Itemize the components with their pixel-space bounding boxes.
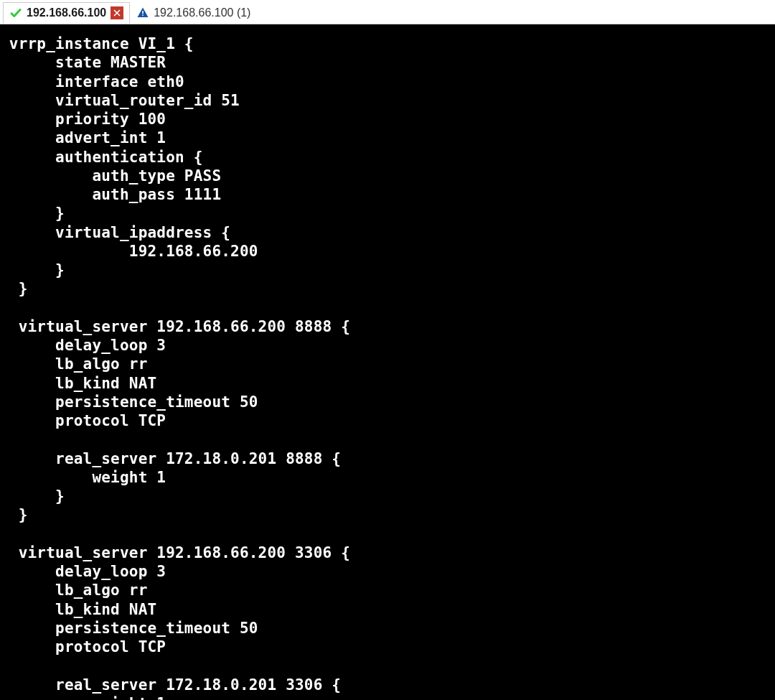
tab-title: 192.168.66.100 (1) (154, 6, 250, 19)
tab-title: 192.168.66.100 (27, 6, 106, 19)
tab-active[interactable]: 192.168.66.100 (3, 2, 130, 24)
svg-rect-3 (142, 14, 144, 16)
warning-icon (136, 6, 149, 19)
terminal-output[interactable]: vrrp_instance VI_1 { state MASTER interf… (0, 24, 775, 700)
close-icon[interactable] (111, 6, 123, 19)
check-icon (9, 6, 22, 19)
svg-rect-2 (142, 11, 144, 14)
tab-bar: 192.168.66.100 192.168.66.100 (1) (0, 0, 775, 24)
tab-inactive[interactable]: 192.168.66.100 (1) (130, 2, 257, 24)
